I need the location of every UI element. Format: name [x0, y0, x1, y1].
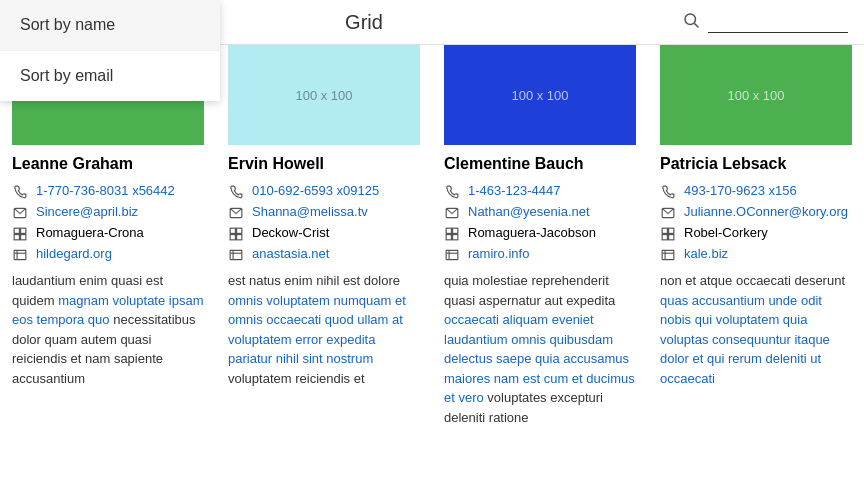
card-image-placeholder: 100 x 100	[727, 88, 784, 103]
svg-rect-21	[446, 235, 451, 240]
sort-by-name-item[interactable]: Sort by name	[0, 0, 220, 51]
card-company-row: Robel-Corkery	[660, 225, 852, 242]
svg-rect-3	[14, 228, 19, 233]
svg-line-1	[694, 23, 698, 27]
svg-rect-23	[446, 250, 458, 259]
email-icon	[444, 205, 460, 221]
sort-by-email-item[interactable]: Sort by email	[0, 51, 220, 101]
card-company-row: Deckow-Crist	[228, 225, 420, 242]
website-icon	[444, 247, 460, 263]
card-phone-row: 1-463-123-4447	[444, 183, 636, 200]
card-email-row: Nathan@yesenia.net	[444, 204, 636, 221]
card-0: 100 x 100Leanne Graham 1-770-736-8031 x5…	[0, 45, 216, 443]
company-icon	[444, 226, 460, 242]
svg-rect-28	[669, 228, 674, 233]
svg-rect-4	[21, 228, 26, 233]
website-icon	[12, 247, 28, 263]
card-website: anastasia.net	[252, 246, 329, 261]
card-2: 100 x 100Clementine Bauch 1-463-123-4447…	[432, 45, 648, 443]
phone-icon	[228, 184, 244, 200]
svg-rect-20	[453, 228, 458, 233]
card-1: 100 x 100Ervin Howell 010-692-6593 x0912…	[216, 45, 432, 443]
card-phone: 1-770-736-8031 x56442	[36, 183, 175, 198]
card-website: ramiro.info	[468, 246, 529, 261]
search-area	[682, 11, 848, 34]
card-phone-row: 493-170-9623 x156	[660, 183, 852, 200]
card-email-row: Julianne.OConner@kory.org	[660, 204, 852, 221]
search-icon[interactable]	[682, 11, 700, 34]
svg-rect-12	[237, 228, 242, 233]
svg-point-0	[685, 14, 696, 25]
card-email-row: Sincere@april.biz	[12, 204, 204, 221]
card-phone-row: 010-692-6593 x09125	[228, 183, 420, 200]
website-icon	[660, 247, 676, 263]
card-email: Julianne.OConner@kory.org	[684, 204, 848, 219]
card-email: Sincere@april.biz	[36, 204, 138, 219]
card-phone: 1-463-123-4447	[468, 183, 561, 198]
svg-rect-30	[669, 235, 674, 240]
card-phone-row: 1-770-736-8031 x56442	[12, 183, 204, 200]
svg-rect-7	[14, 250, 26, 259]
website-icon	[228, 247, 244, 263]
phone-icon	[444, 184, 460, 200]
sort-dropdown: Sort by name Sort by email	[0, 0, 220, 101]
company-icon	[228, 226, 244, 242]
card-company: Robel-Corkery	[684, 225, 768, 240]
card-description: quia molestiae reprehenderit quasi asper…	[444, 271, 636, 427]
card-description: laudantium enim quasi est quidem magnam …	[12, 271, 204, 388]
svg-rect-19	[446, 228, 451, 233]
card-description: est natus enim nihil est dolore omnis vo…	[228, 271, 420, 388]
svg-rect-11	[230, 228, 235, 233]
card-website-row: anastasia.net	[228, 246, 420, 263]
svg-rect-14	[237, 235, 242, 240]
card-email-row: Shanna@melissa.tv	[228, 204, 420, 221]
card-email: Nathan@yesenia.net	[468, 204, 590, 219]
card-website: kale.biz	[684, 246, 728, 261]
card-company-row: Romaguera-Jacobson	[444, 225, 636, 242]
svg-rect-27	[662, 228, 667, 233]
card-3: 100 x 100Patricia Lebsack 493-170-9623 x…	[648, 45, 864, 443]
email-icon	[228, 205, 244, 221]
svg-rect-29	[662, 235, 667, 240]
svg-rect-15	[230, 250, 242, 259]
card-image-placeholder: 100 x 100	[295, 88, 352, 103]
card-image-placeholder: 100 x 100	[511, 88, 568, 103]
phone-icon	[12, 184, 28, 200]
company-icon	[660, 226, 676, 242]
card-company: Deckow-Crist	[252, 225, 329, 240]
email-icon	[12, 205, 28, 221]
email-icon	[660, 205, 676, 221]
svg-rect-31	[662, 250, 674, 259]
svg-rect-22	[453, 235, 458, 240]
svg-rect-6	[21, 235, 26, 240]
card-website-row: kale.biz	[660, 246, 852, 263]
card-grid: 100 x 100Leanne Graham 1-770-736-8031 x5…	[0, 45, 864, 443]
company-icon	[12, 226, 28, 242]
header: ☰ Grid Sort by name Sort by email	[0, 0, 864, 45]
card-website-row: ramiro.info	[444, 246, 636, 263]
card-name: Clementine Bauch	[444, 155, 636, 173]
card-website: hildegard.org	[36, 246, 112, 261]
card-website-row: hildegard.org	[12, 246, 204, 263]
card-description: non et atque occaecati deserunt quas acc…	[660, 271, 852, 388]
card-phone: 493-170-9623 x156	[684, 183, 797, 198]
search-input[interactable]	[708, 12, 848, 33]
svg-rect-13	[230, 235, 235, 240]
card-phone: 010-692-6593 x09125	[252, 183, 379, 198]
phone-icon	[660, 184, 676, 200]
card-name: Ervin Howell	[228, 155, 420, 173]
card-email: Shanna@melissa.tv	[252, 204, 368, 219]
card-name: Leanne Graham	[12, 155, 204, 173]
card-name: Patricia Lebsack	[660, 155, 852, 173]
card-company: Romaguera-Crona	[36, 225, 144, 240]
card-company: Romaguera-Jacobson	[468, 225, 596, 240]
svg-rect-5	[14, 235, 19, 240]
card-company-row: Romaguera-Crona	[12, 225, 204, 242]
